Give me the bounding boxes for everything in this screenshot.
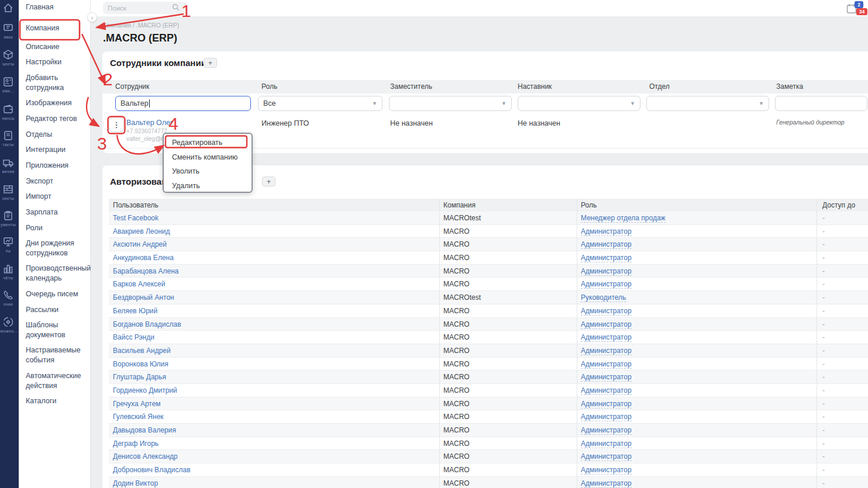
user-role-link[interactable]: Администратор: [581, 439, 632, 448]
sidebar-item-11[interactable]: Импорт: [26, 192, 85, 202]
user-name-link[interactable]: Богданов Владислав: [113, 320, 181, 328]
notifications[interactable]: 2 34: [845, 1, 868, 16]
sidebar-features-icon[interactable]: зможно...: [0, 316, 26, 333]
user-name-link[interactable]: Анкудинова Елена: [113, 254, 174, 262]
users-column-header: Пользователь: [113, 201, 159, 209]
user-role-link[interactable]: Администратор: [581, 400, 632, 409]
user-role-link[interactable]: Администратор: [581, 307, 632, 316]
sidebar-item-13[interactable]: Роли: [26, 223, 85, 233]
sidebar-item-19[interactable]: Настраиваемые события: [26, 345, 85, 365]
user-name-link[interactable]: Беляев Юрий: [113, 307, 157, 315]
user-name-link[interactable]: Барабанцова Алена: [113, 267, 178, 275]
search-input[interactable]: [103, 5, 172, 12]
sidebar-item-0[interactable]: Главная: [26, 2, 85, 12]
sidebar-item-company-active[interactable]: Компания: [26, 23, 85, 33]
user-name-link[interactable]: Гулевский Янек: [113, 413, 164, 421]
user-role-link[interactable]: Администратор: [581, 320, 632, 329]
context-menu-item-3[interactable]: Удалить: [164, 179, 252, 193]
column-divider: [439, 278, 440, 291]
breadcrumb[interactable]: Компания / .MACRO (ERP): [103, 22, 179, 29]
sidebar-item-10[interactable]: Экспорт: [26, 176, 85, 186]
sidebar-supply-icon[interactable]: жение: [0, 157, 26, 174]
user-role-link[interactable]: Администратор: [581, 386, 632, 395]
user-role-link[interactable]: Администратор: [581, 413, 632, 421]
sidebar-item-16[interactable]: Очередь писем: [26, 289, 85, 299]
sidebar-projects-icon[interactable]: оекты: [0, 184, 26, 200]
user-name-link[interactable]: Деграф Игорь: [113, 439, 159, 448]
sidebar-item-3[interactable]: Настройки: [26, 57, 85, 67]
sidebar-calls-icon[interactable]: онки: [0, 289, 26, 306]
user-role-link[interactable]: Администратор: [581, 254, 632, 262]
user-role-link[interactable]: Администратор: [581, 280, 632, 289]
user-name-link[interactable]: Гречуха Артем: [113, 400, 161, 408]
user-role-link[interactable]: Администратор: [581, 452, 632, 461]
sidebar-item-4[interactable]: Добавить сотрудника: [26, 73, 85, 93]
sidebar-item-18[interactable]: Шаблоны документов: [26, 320, 85, 340]
add-user-button[interactable]: +: [262, 176, 275, 186]
department-filter-select[interactable]: ▼: [646, 96, 769, 111]
sidebar-item-9[interactable]: Приложения: [26, 161, 85, 171]
user-role-link[interactable]: Руководитель: [581, 293, 626, 302]
user-role-link[interactable]: Администратор: [581, 426, 632, 435]
note-filter-input[interactable]: [775, 96, 867, 111]
sidebar-requests-icon[interactable]: явки: [0, 22, 26, 39]
employee-name-link[interactable]: Вальтер Олег: [126, 119, 173, 127]
sidebar-item-14[interactable]: Дни рождения сотрудников: [26, 238, 85, 258]
user-role-link[interactable]: Администратор: [581, 347, 632, 355]
user-role-link[interactable]: Менеджер отдела продаж: [581, 214, 666, 223]
user-name-link[interactable]: Давыдова Валерия: [113, 426, 176, 434]
add-employee-button[interactable]: +: [204, 58, 217, 68]
context-menu-item-0[interactable]: Редактировать: [164, 136, 252, 150]
sidebar-finance-icon[interactable]: нансы: [0, 103, 26, 120]
user-role-link[interactable]: Администратор: [581, 333, 632, 342]
sidebar-item-15[interactable]: Производственный календарь: [26, 264, 85, 283]
sidebar-item-8[interactable]: Интеграции: [26, 145, 85, 155]
sidebar-item-17[interactable]: Рассылки: [26, 305, 85, 315]
sidebar-documents-icon[interactable]: ументы: [0, 210, 26, 227]
user-role-link[interactable]: Администратор: [581, 360, 632, 369]
user-name-link[interactable]: Гордиенко Дмитрий: [113, 386, 177, 394]
user-name-link[interactable]: Авакриев Леонид: [113, 227, 170, 236]
sidebar-reports-icon[interactable]: чёты: [0, 263, 26, 280]
sidebar-item-20[interactable]: Автоматические действия: [26, 371, 85, 391]
user-role-link[interactable]: Администратор: [581, 240, 632, 249]
mentor-filter-select[interactable]: ▼: [518, 96, 640, 111]
user-name-link[interactable]: Вайсс Рэнди: [113, 333, 154, 341]
user-name-link[interactable]: Додин Виктор: [113, 479, 158, 487]
sidebar-item-21[interactable]: Каталоги: [26, 396, 85, 406]
user-name-link[interactable]: Воронкова Юлия: [113, 360, 168, 368]
sidebar-item-7[interactable]: Отделы: [26, 130, 85, 140]
user-access-until: -: [822, 452, 825, 461]
user-name-link[interactable]: Васильев Андрей: [113, 347, 171, 355]
global-search[interactable]: [103, 2, 187, 14]
row-actions-kebab-button[interactable]: ⋮: [109, 117, 124, 132]
sidebar-home-icon[interactable]: [0, 2, 26, 14]
user-role-link[interactable]: Администратор: [581, 466, 632, 475]
sidebar-contacts-icon[interactable]: такты: [0, 130, 26, 147]
sidebar-kpi-icon[interactable]: пи: [0, 236, 26, 253]
sidebar-item-12[interactable]: Зарплата: [26, 207, 85, 217]
collapse-sidebar-button[interactable]: ‹: [87, 12, 97, 22]
user-name-link[interactable]: Денисов Александр: [113, 452, 178, 461]
user-role-link[interactable]: Администратор: [581, 227, 632, 236]
user-access-until: -: [822, 280, 825, 288]
sidebar-item-6[interactable]: Редактор тегов: [26, 114, 85, 124]
context-menu-item-1[interactable]: Сменить компанию: [164, 150, 252, 165]
user-name-link[interactable]: Аксютин Андрей: [113, 240, 167, 248]
user-role-link[interactable]: Администратор: [581, 479, 632, 488]
sidebar-item-5[interactable]: Изображения: [26, 98, 85, 108]
employee-filter-input[interactable]: Вальтер: [115, 96, 251, 111]
sidebar-item-2[interactable]: Описание: [26, 42, 85, 52]
deputy-filter-select[interactable]: ▼: [389, 96, 512, 111]
user-name-link[interactable]: Бездворный Антон: [113, 293, 174, 302]
user-role-link[interactable]: Администратор: [581, 267, 632, 276]
role-filter-select[interactable]: Все ▼: [258, 96, 383, 111]
user-name-link[interactable]: Добронович Владислав: [113, 466, 191, 474]
sidebar-deals-icon[interactable]: ижи...: [0, 76, 26, 93]
sidebar-objects-icon[interactable]: ъекты: [0, 49, 26, 66]
user-name-link[interactable]: Барков Алексей: [113, 280, 165, 288]
user-name-link[interactable]: Глуштарь Дарья: [113, 373, 166, 381]
user-name-link[interactable]: Test Facebook: [113, 214, 159, 222]
user-role-link[interactable]: Администратор: [581, 373, 632, 382]
context-menu-item-2[interactable]: Уволить: [164, 164, 252, 179]
